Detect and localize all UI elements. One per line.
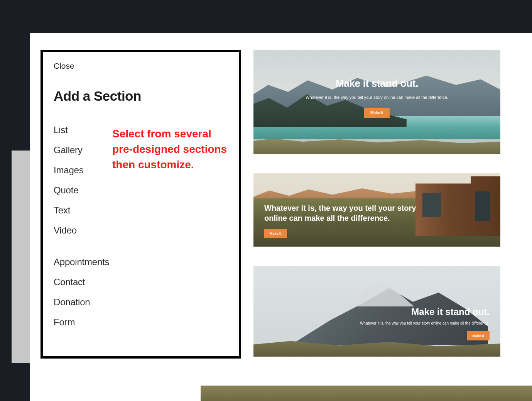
section-option-contact[interactable]: Contact [54, 272, 228, 292]
preview-cta-button[interactable]: Make It [264, 229, 287, 238]
section-option-text[interactable]: Text [54, 200, 228, 220]
section-option-quote[interactable]: Quote [54, 180, 228, 200]
preview-cta-button[interactable]: Make It [364, 108, 390, 118]
help-annotation: Select from several pre-designed section… [112, 126, 228, 172]
preview-subtitle: Whatever it is, the way you tell your st… [269, 94, 485, 101]
section-option-form[interactable]: Form [54, 312, 228, 332]
preview-subtitle: Whatever it is, the way you tell your st… [360, 321, 490, 325]
section-option-donation[interactable]: Donation [54, 292, 228, 312]
section-option-appointments[interactable]: Appointments [54, 252, 228, 272]
cabin-icon [415, 176, 500, 236]
editor-window: Close Add a Section List Gallery Images … [30, 33, 532, 401]
add-section-panel: Close Add a Section List Gallery Images … [41, 50, 241, 359]
preview-heading: Whatever it is, the way you tell your st… [264, 203, 423, 223]
section-previews: Make it stand out. Whatever it is, the w… [253, 50, 500, 357]
preview-card-1[interactable]: Make it stand out. Whatever it is, the w… [253, 50, 500, 154]
list-divider [54, 240, 228, 252]
preview-card-2[interactable]: Whatever it is, the way you tell your st… [253, 173, 500, 247]
panel-title: Add a Section [54, 88, 228, 104]
preview-cta-button[interactable]: Make It [467, 331, 490, 340]
preview-card-3[interactable]: Make it stand out. Whatever it is, the w… [253, 266, 500, 357]
preview-heading: Make it stand out. [269, 78, 485, 90]
bottom-overflow-strip [201, 386, 532, 401]
preview-heading: Make it stand out. [360, 306, 490, 317]
section-option-video[interactable]: Video [54, 220, 228, 240]
close-button[interactable]: Close [54, 61, 74, 71]
